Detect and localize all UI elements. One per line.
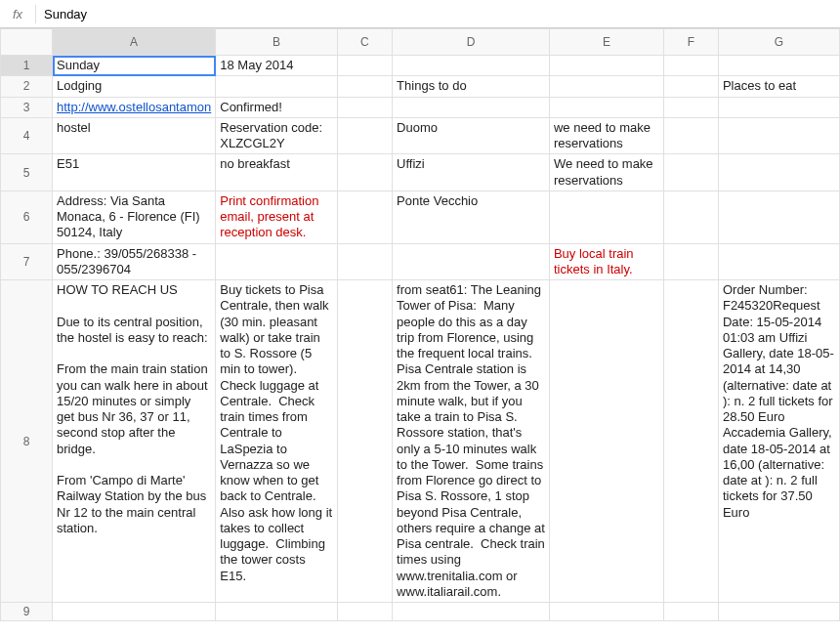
cell-B9[interactable] — [216, 603, 337, 621]
cell-F4[interactable] — [663, 117, 718, 154]
cell-A1[interactable]: Sunday — [53, 56, 216, 76]
cell-F8[interactable] — [663, 280, 718, 603]
cell-E3[interactable] — [549, 97, 663, 117]
row-header-5[interactable]: 5 — [1, 154, 53, 191]
formula-input[interactable] — [36, 5, 840, 23]
cell-A6[interactable]: Address: Via Santa Monaca, 6 - Florence … — [53, 190, 216, 243]
cell-F6[interactable] — [663, 190, 718, 243]
row-header-3[interactable]: 3 — [1, 97, 53, 117]
cell-G9[interactable] — [718, 603, 839, 621]
cell-E8[interactable] — [549, 280, 663, 603]
cell-G5[interactable] — [718, 154, 839, 191]
cell-B7[interactable] — [216, 243, 337, 280]
cell-C3[interactable] — [337, 97, 392, 117]
cell-D5[interactable]: Uffizi — [393, 154, 550, 191]
cell-G2[interactable]: Places to eat — [718, 76, 839, 97]
cell-A3[interactable]: http://www.ostellosantamon — [53, 97, 216, 117]
cell-G1[interactable] — [718, 56, 839, 76]
cell-B1[interactable]: 18 May 2014 — [216, 56, 337, 76]
formula-bar: fx — [0, 0, 840, 28]
cell-link[interactable]: http://www.ostellosantamon — [57, 100, 211, 114]
cell-C6[interactable] — [337, 190, 392, 243]
cell-F3[interactable] — [663, 97, 718, 117]
cell-E9[interactable] — [549, 603, 663, 621]
cell-E1[interactable] — [549, 56, 663, 76]
cell-B3[interactable]: Confirmed! — [216, 97, 337, 117]
col-header-A[interactable]: A — [53, 29, 216, 56]
cell-D4[interactable]: Duomo — [393, 117, 550, 154]
fx-label: fx — [0, 5, 36, 23]
row-header-8[interactable]: 8 — [1, 280, 53, 603]
cell-E6[interactable] — [549, 190, 663, 243]
cell-E7[interactable]: Buy local train tickets in Italy. — [549, 243, 663, 280]
col-header-G[interactable]: G — [718, 29, 839, 56]
cell-G6[interactable] — [718, 190, 839, 243]
cell-A9[interactable] — [53, 603, 216, 621]
select-all-corner[interactable] — [1, 29, 53, 56]
cell-D3[interactable] — [393, 97, 550, 117]
cell-D1[interactable] — [393, 56, 550, 76]
cell-D8[interactable]: from seat61: The Leaning Tower of Pisa: … — [393, 280, 550, 603]
row-header-4[interactable]: 4 — [1, 117, 53, 154]
cell-E2[interactable] — [549, 76, 663, 97]
cell-C8[interactable] — [337, 280, 392, 603]
cell-F9[interactable] — [663, 603, 718, 621]
cell-C7[interactable] — [337, 243, 392, 280]
cell-E4[interactable]: we need to make reservations — [549, 117, 663, 154]
cell-G3[interactable] — [718, 97, 839, 117]
sheet-viewport[interactable]: ABCDEFG 1Sunday18 May 20142LodgingThings… — [0, 28, 840, 634]
col-header-D[interactable]: D — [393, 29, 550, 56]
cell-B4[interactable]: Reservation code: XLZCGL2Y — [216, 117, 337, 154]
row-header-7[interactable]: 7 — [1, 243, 53, 280]
cell-B6[interactable]: Print confirmation email, present at rec… — [216, 190, 337, 243]
cell-B8[interactable]: Buy tickets to Pisa Centrale, then walk … — [216, 280, 337, 603]
row-header-2[interactable]: 2 — [1, 76, 53, 97]
col-header-C[interactable]: C — [337, 29, 392, 56]
cell-F7[interactable] — [663, 243, 718, 280]
cell-G4[interactable] — [718, 117, 839, 154]
cell-C1[interactable] — [337, 56, 392, 76]
cell-C4[interactable] — [337, 117, 392, 154]
cell-C5[interactable] — [337, 154, 392, 191]
cell-A5[interactable]: E51 — [53, 154, 216, 191]
cell-B5[interactable]: no breakfast — [216, 154, 337, 191]
cell-C2[interactable] — [337, 76, 392, 97]
row-header-1[interactable]: 1 — [1, 56, 53, 76]
col-header-F[interactable]: F — [663, 29, 718, 56]
row-header-9[interactable]: 9 — [1, 603, 53, 621]
cell-F5[interactable] — [663, 154, 718, 191]
cell-D6[interactable]: Ponte Vecchio — [393, 190, 550, 243]
cell-E5[interactable]: We need to make reservations — [549, 154, 663, 191]
cell-A2[interactable]: Lodging — [53, 76, 216, 97]
cell-F1[interactable] — [663, 56, 718, 76]
cell-G7[interactable] — [718, 243, 839, 280]
cell-D9[interactable] — [393, 603, 550, 621]
cell-A8[interactable]: HOW TO REACH US Due to its central posit… — [53, 280, 216, 603]
cell-A7[interactable]: Phone.: 39/055/268338 - 055/2396704 — [53, 243, 216, 280]
cell-B2[interactable] — [216, 76, 337, 97]
spreadsheet-grid: ABCDEFG 1Sunday18 May 20142LodgingThings… — [0, 28, 840, 621]
cell-A4[interactable]: hostel — [53, 117, 216, 154]
col-header-E[interactable]: E — [549, 29, 663, 56]
cell-D7[interactable] — [393, 243, 550, 280]
cell-D2[interactable]: Things to do — [393, 76, 550, 97]
col-header-B[interactable]: B — [216, 29, 337, 56]
cell-C9[interactable] — [337, 603, 392, 621]
row-header-6[interactable]: 6 — [1, 190, 53, 243]
cell-G8[interactable]: Order Number: F245320Request Date: 15-05… — [718, 280, 839, 603]
cell-F2[interactable] — [663, 76, 718, 97]
